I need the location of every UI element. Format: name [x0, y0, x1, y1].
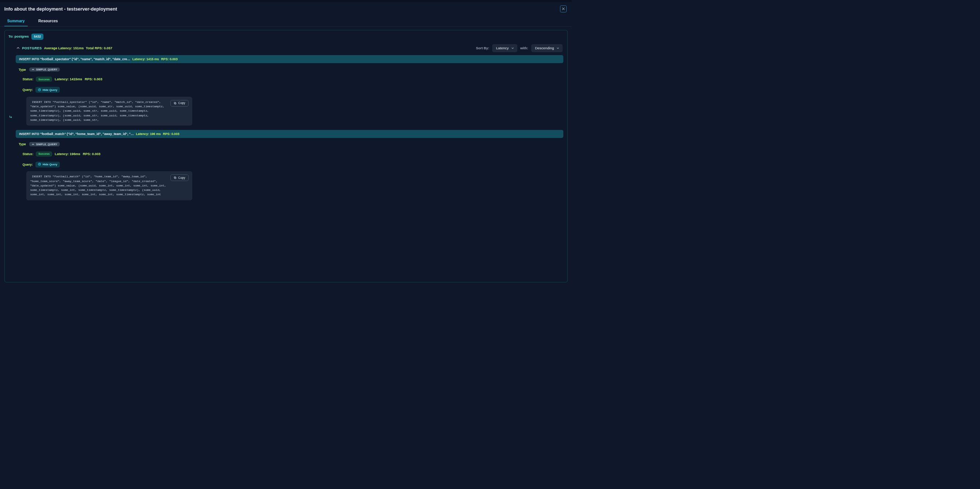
query-header[interactable]: INSERT INTO "football_match" ("id", "hom… — [16, 130, 563, 138]
status-label: Status: — [22, 77, 33, 81]
copy-button[interactable]: Copy — [170, 174, 189, 181]
avg-latency: Average Latency: 151ms — [44, 46, 84, 50]
copy-icon — [174, 102, 177, 105]
status-badge: Success — [36, 76, 52, 82]
total-rps: Total RPS: 0.057 — [86, 46, 112, 50]
query-code: INSERT INTO "football_spectator" ("id", … — [30, 100, 167, 122]
protocol-collapse-toggle[interactable] — [16, 46, 20, 49]
indent-arrow-column — [8, 43, 13, 204]
hide-query-label: Hide Query — [43, 88, 57, 92]
collapse-icon — [38, 163, 41, 166]
query-code: INSERT INTO "football_match" ("id", "hom… — [30, 174, 167, 197]
status-badge: Success — [36, 151, 52, 156]
deployment-info-modal: Info about the deployment - testserver-d… — [0, 0, 572, 285]
codeblock-wrap: INSERT INTO "football_match" ("id", "hom… — [19, 167, 563, 200]
chevron-down-icon — [557, 47, 559, 49]
status-latency: Latency: 196ms — [55, 152, 80, 156]
query-label: Query: — [22, 88, 33, 92]
hide-query-label: Hide Query — [43, 163, 57, 166]
chevron-up-icon — [32, 143, 34, 146]
sort-by-label: Sort By: — [476, 46, 489, 50]
sort-controls: Sort By: Latency with: Descending — [476, 44, 563, 53]
chevron-up-icon — [16, 46, 20, 49]
indent-layout: POSTGRES Average Latency: 151ms Total RP… — [8, 43, 563, 204]
status-label: Status: — [22, 152, 33, 156]
close-button[interactable] — [560, 5, 567, 13]
type-value: SIMPLE_QUERY — [36, 68, 57, 71]
protocol-left: POSTGRES Average Latency: 151ms Total RP… — [16, 46, 112, 50]
type-label: Type — [19, 142, 26, 146]
protocol-name: POSTGRES — [22, 46, 41, 50]
query-header-rps: RPS: 0.003 — [163, 132, 179, 136]
panel-header: To: postgres 5432 — [8, 33, 563, 40]
type-label: Type — [19, 68, 26, 72]
tab-resources[interactable]: Resources — [35, 16, 61, 26]
copy-label: Copy — [178, 176, 185, 180]
chevron-down-icon — [511, 47, 514, 49]
copy-icon — [174, 176, 177, 179]
hide-query-button[interactable]: Hide Query — [35, 87, 60, 93]
svg-point-2 — [38, 89, 40, 91]
query-title: INSERT INTO "football_match" ("id", "hom… — [19, 132, 134, 136]
port-badge: 5432 — [31, 33, 43, 40]
copy-button[interactable]: Copy — [170, 100, 189, 107]
query-header-latency: Latency: 1415 ms — [132, 57, 159, 61]
query-header-rps: RPS: 0.003 — [161, 57, 178, 61]
tab-bar: Summary Resources — [0, 16, 572, 27]
modal-title: Info about the deployment - testserver-d… — [5, 6, 117, 12]
codeblock-wrap: INSERT INTO "football_spectator" ("id", … — [19, 93, 563, 126]
svg-rect-7 — [174, 177, 175, 178]
query-codeblock: INSERT INTO "football_spectator" ("id", … — [26, 97, 192, 126]
tab-summary[interactable]: Summary — [5, 16, 28, 26]
main-column: POSTGRES Average Latency: 151ms Total RP… — [16, 43, 563, 204]
sort-order-select[interactable]: Descending — [531, 44, 563, 53]
sort-by-value: Latency — [496, 46, 509, 50]
type-pill[interactable]: SIMPLE_QUERY — [29, 142, 60, 147]
svg-rect-4 — [174, 102, 175, 104]
svg-rect-3 — [174, 102, 176, 104]
query-row: Query: Hide Query — [19, 156, 563, 167]
type-pill[interactable]: SIMPLE_QUERY — [29, 67, 60, 72]
status-rps: RPS: 0.003 — [83, 152, 100, 156]
with-label: with: — [520, 46, 528, 50]
query-header[interactable]: INSERT INTO "football_spectator" ("id", … — [16, 55, 563, 63]
close-icon — [562, 7, 565, 10]
sort-by-select[interactable]: Latency — [492, 44, 517, 53]
copy-label: Copy — [178, 102, 185, 105]
query-header-latency: Latency: 196 ms — [136, 132, 161, 136]
sort-order-value: Descending — [535, 46, 554, 50]
query-label: Query: — [22, 163, 33, 166]
query-block: INSERT INTO "football_match" ("id", "hom… — [16, 130, 563, 200]
query-codeblock: INSERT INTO "football_match" ("id", "hom… — [26, 171, 192, 200]
chevron-up-icon — [32, 68, 34, 71]
type-value: SIMPLE_QUERY — [36, 143, 57, 146]
query-block: INSERT INTO "football_spectator" ("id", … — [16, 55, 563, 126]
to-label: To: postgres — [8, 35, 29, 38]
connection-panel: To: postgres 5432 POSTGRES Average Late — [5, 30, 568, 282]
status-row: Status: Success Latency: 196ms RPS: 0.00… — [19, 147, 563, 156]
modal-header: Info about the deployment - testserver-d… — [0, 2, 572, 16]
hide-query-button[interactable]: Hide Query — [35, 162, 60, 167]
status-row: Status: Success Latency: 1415ms RPS: 0.0… — [19, 73, 563, 82]
protocol-row: POSTGRES Average Latency: 151ms Total RP… — [16, 43, 563, 55]
query-body: Type SIMPLE_QUERY Status: Success Latenc… — [16, 63, 563, 126]
status-rps: RPS: 0.003 — [84, 77, 102, 81]
corner-arrow-icon — [9, 115, 13, 119]
query-row: Query: Hide Query — [19, 82, 563, 93]
content-area: To: postgres 5432 POSTGRES Average Late — [0, 27, 572, 285]
type-row: Type SIMPLE_QUERY — [19, 66, 563, 73]
status-latency: Latency: 1415ms — [55, 77, 82, 81]
query-body: Type SIMPLE_QUERY Status: Success Latenc… — [16, 138, 563, 200]
query-title: INSERT INTO "football_spectator" ("id", … — [19, 57, 130, 61]
svg-point-5 — [38, 163, 40, 165]
collapse-icon — [38, 88, 41, 91]
svg-rect-6 — [174, 177, 176, 179]
type-row: Type SIMPLE_QUERY — [19, 141, 563, 148]
